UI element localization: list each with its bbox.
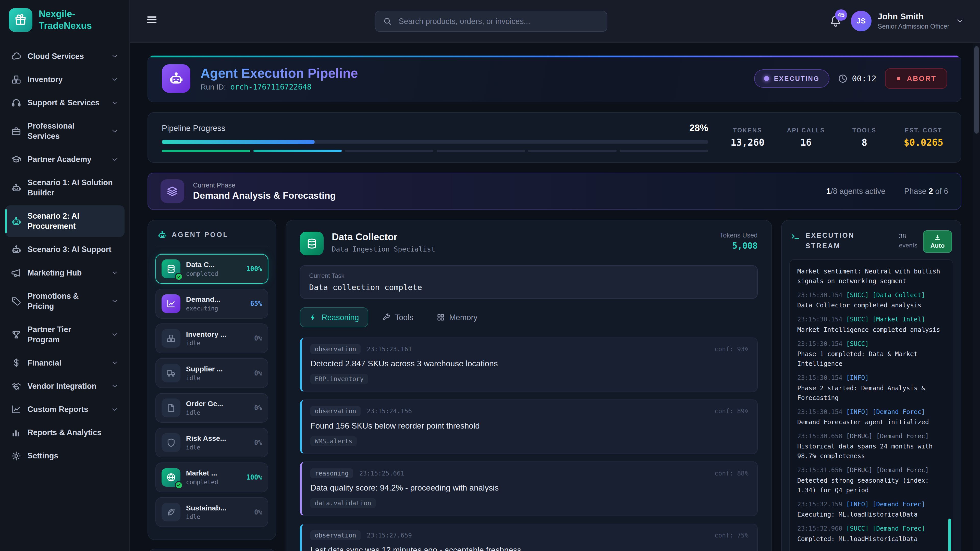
agent-detail-icon-box xyxy=(300,232,324,256)
tab[interactable]: Tools xyxy=(373,307,423,327)
sidebar-item[interactable]: Vendor Integration xyxy=(5,375,124,397)
chevron-down-icon xyxy=(111,128,118,135)
entry-tag: data.validation xyxy=(310,498,375,508)
shield-icon xyxy=(166,438,176,448)
entry-tag: ERP.inventory xyxy=(310,374,368,384)
entry-text: Data quality score: 94.2% - proceeding w… xyxy=(310,483,748,492)
sidebar-item[interactable]: Reports & Analytics xyxy=(5,422,124,443)
progress-label: Pipeline Progress xyxy=(162,124,225,133)
sidebar-item[interactable]: Professional Services xyxy=(5,115,124,147)
agent-name: Demand... xyxy=(186,295,221,303)
brand[interactable]: Nexgile-TradeNexus xyxy=(0,0,129,40)
search-icon xyxy=(383,17,392,25)
robot-icon xyxy=(11,245,21,254)
phase-segment xyxy=(620,150,708,152)
agent-pool-item[interactable]: Order Ge... idle 0% xyxy=(156,393,268,423)
sidebar-item[interactable]: Scenario 3: AI Support xyxy=(5,239,124,260)
event-level: [DEBUG] xyxy=(846,431,872,441)
sidebar-item[interactable]: Partner Academy xyxy=(5,149,124,170)
agent-status: idle xyxy=(186,513,226,520)
check-icon xyxy=(177,275,181,279)
sidebar-item[interactable]: Support & Services xyxy=(5,92,124,114)
sidebar-item[interactable]: Partner Tier Program xyxy=(5,319,124,351)
sidebar-item[interactable]: Scenario 1: AI Solution Builder xyxy=(5,172,124,203)
agent-pool-item[interactable]: Sustainab... idle 0% xyxy=(156,497,268,527)
entry-text: Detected 2,847 SKUs across 3 warehouse l… xyxy=(310,359,748,368)
stop-icon xyxy=(896,76,902,82)
avatar: JS xyxy=(851,11,872,32)
chevron-down-icon xyxy=(956,17,964,25)
current-phase-banner: Current Phase Demand Analysis & Forecast… xyxy=(148,173,961,210)
chart-bar-icon xyxy=(11,428,21,438)
sidebar-item[interactable]: Cloud Services xyxy=(5,46,124,67)
reasoning-entry: observation 23:15:27.659 conf: 75% Last … xyxy=(300,524,758,551)
execution-stream-card: EXECUTION STREAM 38 events Auto xyxy=(781,220,961,551)
event-message: Data Collector completed analysis xyxy=(797,300,944,310)
progress-bar xyxy=(162,140,708,144)
event-agent-tag: [Demand Forec] xyxy=(873,524,925,534)
sidebar-item[interactable]: Marketing Hub xyxy=(5,262,124,284)
execution-stream-title: EXECUTION STREAM xyxy=(805,230,861,251)
window-scrollbar[interactable] xyxy=(973,43,980,551)
stat-value: 16 xyxy=(787,137,825,148)
notifications-button[interactable]: 45 xyxy=(830,15,842,27)
auto-scroll-button[interactable]: Auto xyxy=(923,230,952,253)
agent-percent: 0% xyxy=(254,508,262,516)
search-input[interactable] xyxy=(397,16,600,26)
event-message: Completed: ML.loadHistoricalData xyxy=(797,534,944,544)
stat-label: API CALLS xyxy=(787,127,825,134)
event-level: [SUCC] xyxy=(846,339,869,349)
agent-pool-item[interactable]: Supplier ... idle 0% xyxy=(156,358,268,388)
entry-text: Found 156 SKUs below reorder point thres… xyxy=(310,421,748,430)
robot-icon xyxy=(11,183,21,193)
agent-status: idle xyxy=(186,444,226,451)
entry-tag: WMS.alerts xyxy=(310,436,357,446)
sidebar-item[interactable]: Promotions & Pricing xyxy=(5,286,124,317)
agent-pool-item[interactable]: Risk Asse... idle 0% xyxy=(156,428,268,457)
agent-detail-name: Data Collector xyxy=(332,232,435,243)
pipeline-progress-card: Pipeline Progress 28% TOKENS 13,260 xyxy=(148,112,961,163)
current-task-label: Current Task xyxy=(309,272,748,279)
tab[interactable]: Reasoning xyxy=(300,307,368,327)
progress-fill xyxy=(162,140,315,144)
agent-pool-item[interactable]: Inventory ... idle 0% xyxy=(156,324,268,353)
sidebar-item-label: Reports & Analytics xyxy=(27,427,102,438)
event-level: [SUCC] xyxy=(846,524,869,534)
agent-percent: 0% xyxy=(254,334,262,342)
tab-label: Memory xyxy=(449,313,477,322)
phase-segment xyxy=(345,150,434,152)
stream-event: 23:15:30.154 [SUCC] Phase 1 completed: D… xyxy=(797,339,944,368)
agent-pool-item[interactable]: Data C... completed 100% xyxy=(156,254,268,284)
headset-icon xyxy=(11,98,21,108)
abort-button[interactable]: ABORT xyxy=(885,68,947,89)
sidebar-item-label: Settings xyxy=(27,451,59,461)
event-timestamp: 23:15:30.154 xyxy=(797,339,842,349)
wrench-icon xyxy=(383,313,391,321)
database-icon xyxy=(306,238,318,249)
menu-button[interactable] xyxy=(146,14,158,28)
sidebar-item[interactable]: Settings xyxy=(5,445,124,467)
sidebar-item[interactable]: Custom Reports xyxy=(5,399,124,420)
sidebar-item[interactable]: Financial xyxy=(5,352,124,374)
user-menu[interactable]: JS John Smith Senior Admission Officer xyxy=(851,11,964,32)
topbar: 45 JS John Smith Senior Admission Office… xyxy=(130,0,980,43)
scrollbar-thumb[interactable] xyxy=(974,46,979,134)
agent-icon-box xyxy=(162,294,180,313)
execution-stream-log[interactable]: Market sentiment: Neutral with bullish s… xyxy=(789,259,953,551)
current-task-value: Data collection complete xyxy=(309,283,748,292)
entry-timestamp: 23:15:23.161 xyxy=(367,345,412,353)
sidebar-item[interactable]: Inventory xyxy=(5,69,124,90)
agent-detail-subtitle: Data Ingestion Specialist xyxy=(332,245,435,253)
phase-segment xyxy=(437,150,525,152)
reasoning-entry: reasoning 23:15:25.661 conf: 88% Data qu… xyxy=(300,462,758,516)
robot-icon xyxy=(169,71,183,86)
sidebar-item[interactable]: Scenario 2: AI Procurement xyxy=(5,205,124,237)
agent-pool-column: AGENT POOL xyxy=(148,220,276,551)
agent-pool-item[interactable]: Demand... executing 65% xyxy=(156,289,268,319)
event-agent-tag: [Data Collect] xyxy=(873,290,925,300)
chevron-down-icon xyxy=(111,359,118,366)
event-message: Phase 2 started: Demand Analysis & Forec… xyxy=(797,383,944,403)
agent-pool-item[interactable]: Market ... completed 100% xyxy=(156,462,268,492)
agent-icon-box xyxy=(162,364,180,383)
tab[interactable]: Memory xyxy=(428,307,487,327)
